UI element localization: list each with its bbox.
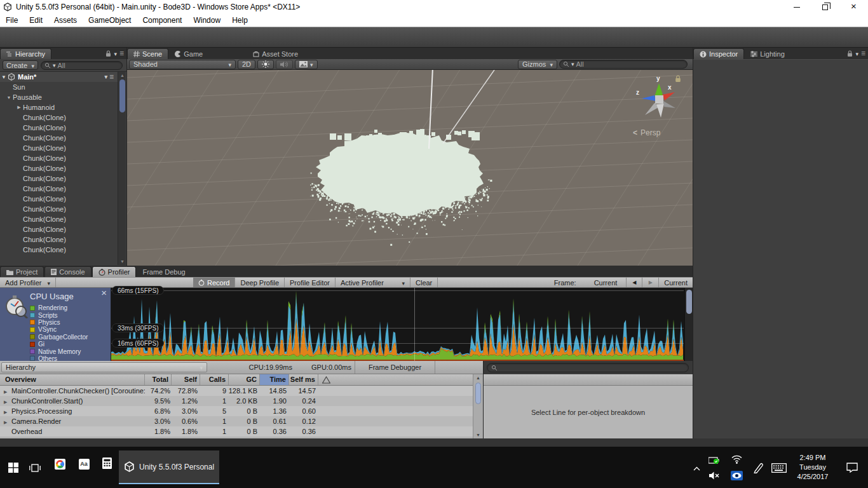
axis-y-cone[interactable]	[654, 83, 663, 97]
pane-menu-icon[interactable]	[119, 49, 124, 58]
menu-item[interactable]: GameObject	[83, 16, 137, 25]
hierarchy-scroll-thumb[interactable]	[119, 79, 125, 112]
chart-scrollbar[interactable]	[684, 288, 693, 361]
wifi-tray-icon[interactable]	[729, 454, 743, 465]
hierarchy-item[interactable]: Chunk(Clone)	[0, 163, 126, 173]
menu-item[interactable]: Component	[137, 16, 187, 25]
current-frame-button[interactable]: Current	[659, 278, 693, 287]
gizmo-cube[interactable]	[655, 95, 663, 104]
menu-item[interactable]: Edit	[24, 16, 48, 25]
frame-debugger-button[interactable]: Frame Debugger	[355, 361, 435, 374]
tab-scene[interactable]: Scene	[127, 48, 168, 59]
scene-lighting-toggle[interactable]	[257, 60, 274, 69]
close-button[interactable]	[839, 0, 868, 14]
table-row[interactable]: Physics.Processing 6.8% 3.0% 5 0 B 1.36 …	[0, 406, 473, 416]
scroll-up-icon[interactable]	[473, 376, 483, 380]
tab-hierarchy[interactable]: Hierarchy	[0, 48, 51, 59]
lock-icon[interactable]	[105, 50, 111, 57]
hierarchy-item[interactable]: ▶ Humanoid	[0, 102, 126, 112]
hierarchy-item[interactable]: Chunk(Clone)	[0, 194, 126, 204]
legend-item[interactable]: Physics	[30, 319, 88, 326]
calculator-taskbar-button[interactable]	[99, 456, 114, 471]
legend-item[interactable]: Rendering	[30, 304, 88, 311]
column-self[interactable]: Self	[172, 374, 200, 385]
volume-tray-icon[interactable]	[707, 470, 721, 481]
cpu-usage-chart[interactable]: 66ms (15FPS) 33ms (30FPS) 16ms (60FPS)	[111, 288, 684, 361]
minimize-button[interactable]	[782, 0, 811, 14]
hierarchy-item[interactable]: Chunk(Clone)	[0, 153, 126, 163]
next-frame-button[interactable]	[642, 278, 659, 287]
hierarchy-item[interactable]: Chunk(Clone)	[0, 204, 126, 214]
unity-taskbar-button[interactable]: Unity 5.5.0f3 Personal...	[119, 451, 219, 484]
hierarchy-search-input[interactable]: All	[41, 61, 123, 70]
column-total[interactable]: Total	[145, 374, 172, 385]
lock-icon[interactable]	[847, 50, 853, 57]
legend-item[interactable]: Gi	[30, 341, 88, 348]
record-toggle-button[interactable]: Record	[193, 278, 235, 287]
hierarchy-item[interactable]: Chunk(Clone)	[0, 143, 126, 153]
hierarchy-item[interactable]: Chunk(Clone)	[0, 112, 126, 123]
column-self-ms[interactable]: Self ms	[289, 374, 318, 385]
scene-root-row[interactable]: ▼ Main*	[0, 72, 126, 82]
projection-toggle[interactable]: Persp	[633, 128, 660, 137]
create-dropdown[interactable]: Create	[3, 60, 38, 70]
scroll-down-icon[interactable]	[118, 259, 126, 264]
scene-foldout-icon[interactable]: ▼	[0, 74, 8, 80]
scroll-up-icon[interactable]	[118, 73, 126, 78]
legend-item[interactable]: GarbageCollector	[30, 334, 88, 341]
table-scroll-thumb[interactable]	[475, 383, 481, 404]
tab-game[interactable]: Game	[169, 48, 208, 59]
eye-tray-icon[interactable]	[729, 470, 743, 481]
tab-project[interactable]: Project	[0, 266, 44, 277]
2d-toggle-button[interactable]: 2D	[238, 60, 255, 69]
column-calls[interactable]: Calls	[200, 374, 229, 385]
column-overview[interactable]: Overview	[0, 374, 145, 385]
hierarchy-item[interactable]: Chunk(Clone)	[0, 173, 126, 184]
tab-profiler[interactable]: Profiler	[92, 266, 137, 277]
hierarchy-item[interactable]: Chunk(Clone)	[0, 234, 126, 245]
menu-item[interactable]: Window	[187, 16, 226, 25]
table-row[interactable]: Overhead 1.8% 1.8% 1 0 B 0.36 0.36	[0, 426, 473, 437]
menu-item[interactable]: Assets	[48, 16, 83, 25]
hierarchy-item[interactable]: Chunk(Clone)	[0, 123, 126, 133]
touch-keyboard-tray-icon[interactable]	[770, 462, 789, 473]
detail-search-input[interactable]	[487, 363, 689, 372]
deep-profile-button[interactable]: Deep Profile	[235, 278, 285, 287]
hierarchy-item[interactable]: Chunk(Clone)	[0, 245, 126, 255]
tab-asset-store[interactable]: Asset Store	[247, 48, 304, 59]
tab-lighting[interactable]: Lighting	[745, 48, 790, 59]
hierarchy-item[interactable]: Chunk(Clone)	[0, 133, 126, 143]
table-row[interactable]: ChunkController.Start() 9.5% 1.2% 1 2.0 …	[0, 396, 473, 406]
legend-item[interactable]: Native Memory	[30, 348, 88, 355]
hierarchy-item[interactable]: Sun	[0, 82, 126, 92]
pen-tray-icon[interactable]	[751, 461, 765, 475]
table-row[interactable]: Camera.Render 3.0% 0.6% 1 0 B 0.61 0.12	[0, 416, 473, 426]
tab-console[interactable]: Console	[44, 266, 91, 277]
hierarchy-scrollbar[interactable]	[118, 72, 126, 265]
tab-frame-debug[interactable]: Frame Debug	[137, 266, 191, 277]
scene-menu-icon[interactable]	[109, 72, 114, 81]
clear-button[interactable]: Clear	[410, 278, 438, 287]
table-scrollbar[interactable]	[473, 374, 483, 438]
scene-effects-dropdown[interactable]	[295, 60, 318, 69]
foldout-icon[interactable]: ▼	[5, 95, 13, 100]
foldout-icon[interactable]: ▶	[15, 105, 23, 110]
axis-x-cone[interactable]	[662, 92, 675, 100]
pane-caret-icon[interactable]	[855, 50, 858, 57]
gizmos-dropdown[interactable]: Gizmos	[518, 60, 557, 69]
pane-menu-icon[interactable]	[861, 49, 865, 58]
tab-inspector[interactable]: Inspector	[693, 48, 744, 59]
dictionary-taskbar-button[interactable]	[76, 456, 92, 471]
add-profiler-dropdown[interactable]: Add Profiler	[0, 278, 56, 287]
profile-editor-button[interactable]: Profile Editor	[285, 278, 336, 287]
legend-item[interactable]: VSync	[30, 326, 88, 333]
menu-item[interactable]: Help	[226, 16, 254, 25]
table-row[interactable]: MainController.ChunkChecker() [Coroutine…	[0, 386, 473, 396]
chart-scroll-thumb[interactable]	[686, 290, 692, 314]
active-profiler-dropdown[interactable]: Active Profiler	[336, 278, 410, 287]
pane-caret-icon[interactable]	[114, 50, 117, 57]
battery-tray-icon[interactable]	[707, 454, 721, 466]
prev-frame-button[interactable]	[626, 278, 642, 287]
task-view-button[interactable]	[27, 461, 43, 475]
legend-item[interactable]: Scripts	[30, 311, 88, 318]
